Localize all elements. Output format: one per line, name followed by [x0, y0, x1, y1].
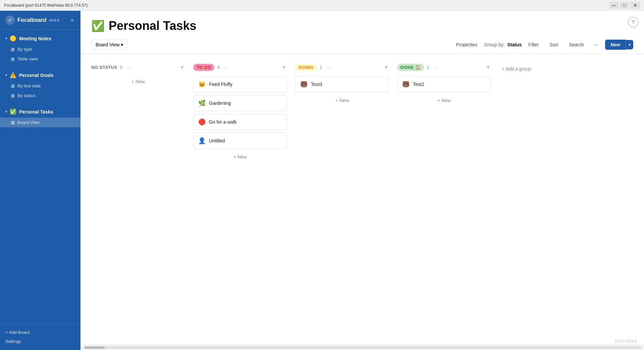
sidebar-item-table-view[interactable]: ▦ Table view	[0, 54, 80, 64]
test2-title: Test2	[413, 82, 424, 87]
sidebar-item-by-type[interactable]: ▦ By type	[0, 44, 80, 54]
personal-tasks-label: Personal Tasks	[19, 109, 53, 115]
sort-button[interactable]: Sort	[545, 40, 562, 49]
sidebar-collapse-button[interactable]: «	[69, 16, 75, 25]
test2-icon: 🐻	[402, 81, 410, 88]
app-name: Focalboard	[17, 17, 46, 23]
page-header: ✅ Personal Tasks	[80, 11, 644, 36]
test3-title: Test3	[311, 82, 322, 87]
title-bar-left: Focalboard (port 61475 WebView 89.0.774.…	[4, 3, 88, 8]
no-status-new-card-button[interactable]: + New	[91, 76, 185, 87]
close-button[interactable]: ✕	[631, 2, 640, 9]
column-no-status: NO STATUS 0 ··· + + New	[91, 62, 185, 87]
board-area: NO STATUS 0 ··· + + New TO DO 4 ··· +	[80, 54, 644, 345]
sidebar-group-personal-goals[interactable]: ▾ ⚠️ Personal Goals	[0, 69, 80, 81]
new-arrow-button[interactable]: ▾	[626, 40, 633, 49]
sidebar-item-by-due-date[interactable]: ▦ By due date	[0, 81, 80, 91]
sidebar-section-meeting-notes: ▾ 🟡 Meeting Notes ▦ By type ▦ Table view	[0, 30, 80, 67]
card-go-for-a-walk[interactable]: 🔴 Go for a walk	[193, 114, 287, 130]
todo-add-button[interactable]: +	[281, 63, 287, 71]
card-gardening[interactable]: 🌿 Gardening	[193, 95, 287, 111]
chevron-down-icon: ▾	[5, 37, 7, 40]
by-due-date-label: By due date	[17, 83, 41, 88]
done-add-button[interactable]: +	[485, 63, 491, 71]
card-test2[interactable]: 🐻 Test2	[397, 76, 491, 92]
add-group-button[interactable]: + Add a group	[499, 65, 534, 73]
chevron-down-icon-tasks: ▾	[5, 110, 7, 114]
doing-add-button[interactable]: +	[383, 63, 389, 71]
search-button[interactable]: Search	[565, 40, 588, 49]
sidebar-item-board-view[interactable]: ▦ Board View	[0, 118, 80, 127]
column-todo: TO DO 4 ··· + 🐱 Feed Fluffy 🌿 Gardening	[193, 62, 287, 162]
sidebar-section-personal-goals: ▾ ⚠️ Personal Goals ▦ By due date ▦ By s…	[0, 67, 80, 103]
feed-fluffy-title: Feed Fluffy	[209, 82, 232, 87]
maximize-button[interactable]: □	[620, 2, 629, 9]
sidebar-group-meeting-notes[interactable]: ▾ 🟡 Meeting Notes	[0, 33, 80, 44]
logo-icon: ✓	[5, 15, 15, 25]
sidebar-item-by-status[interactable]: ▦ By status	[0, 91, 80, 100]
scroll-thumb	[85, 346, 105, 349]
doing-label: DOING	[295, 64, 317, 71]
toolbar: Board View ▾ Properties Group by: Status…	[80, 36, 644, 54]
no-status-add-button[interactable]: +	[179, 63, 185, 71]
grid-icon-table-view: ▦	[11, 56, 15, 61]
todo-menu-button[interactable]: ···	[222, 64, 230, 70]
new-main-button[interactable]: New	[605, 40, 626, 50]
bottom-scroll[interactable]	[80, 345, 644, 350]
no-status-label: NO STATUS	[91, 65, 117, 70]
gardening-title: Gardening	[209, 100, 231, 106]
add-group-container: + Add a group	[499, 62, 534, 73]
add-board-button[interactable]: + Add Board	[5, 328, 75, 337]
new-button-group: New ▾	[605, 40, 633, 50]
untitled-title: Untitled	[209, 138, 225, 143]
settings-button[interactable]: Settings	[5, 337, 75, 346]
todo-count: 4	[217, 65, 219, 70]
page-title: Personal Tasks	[109, 19, 196, 33]
column-header-done: DONE 🏠 1 ··· +	[397, 62, 491, 72]
app-body: ✓ Focalboard v0.6.0 « ▾ 🟡 Meeting Notes …	[0, 11, 644, 350]
app-version: v0.6.0	[49, 18, 59, 22]
doing-new-card-button[interactable]: + New	[295, 95, 389, 106]
table-view-label: Table view	[17, 56, 38, 61]
column-header-todo: TO DO 4 ··· +	[193, 62, 287, 72]
done-menu-button[interactable]: ···	[432, 64, 440, 70]
page-title-icon: ✅	[91, 19, 105, 32]
personal-goals-icon: ⚠️	[10, 72, 16, 78]
done-count: 1	[427, 65, 429, 70]
more-options-button[interactable]: ···	[591, 40, 603, 49]
todo-new-card-button[interactable]: + New	[193, 151, 287, 162]
help-button[interactable]: ?	[628, 17, 639, 28]
card-feed-fluffy[interactable]: 🐱 Feed Fluffy	[193, 76, 287, 92]
sidebar-group-personal-tasks[interactable]: ▾ ✅ Personal Tasks	[0, 106, 80, 118]
no-status-menu-button[interactable]: ···	[125, 64, 133, 70]
doing-menu-button[interactable]: ···	[325, 64, 333, 70]
todo-label: TO DO	[193, 64, 214, 71]
go-for-a-walk-icon: 🔴	[198, 118, 206, 126]
feed-fluffy-icon: 🐱	[198, 81, 206, 88]
card-untitled[interactable]: 👤 Untitled	[193, 133, 287, 149]
meeting-notes-icon: 🟡	[10, 35, 16, 42]
by-type-label: By type	[17, 47, 32, 52]
untitled-icon: 👤	[198, 137, 206, 144]
main-content: ✅ Personal Tasks Board View ▾ Properties…	[80, 11, 644, 350]
view-selector-button[interactable]: Board View ▾	[91, 40, 127, 50]
softbox-watermark: SOFTBOX	[615, 339, 637, 343]
personal-goals-label: Personal Goals	[19, 73, 53, 78]
gardening-icon: 🌿	[198, 99, 206, 107]
no-status-count: 0	[120, 65, 122, 70]
sidebar: ✓ Focalboard v0.6.0 « ▾ 🟡 Meeting Notes …	[0, 11, 80, 350]
done-new-card-button[interactable]: + New	[397, 95, 491, 106]
column-done: DONE 🏠 1 ··· + 🐻 Test2 + New	[397, 62, 491, 106]
properties-button[interactable]: Properties	[452, 40, 481, 49]
meeting-notes-label: Meeting Notes	[19, 36, 51, 41]
grid-icon-due-date: ▦	[11, 83, 15, 88]
card-test3[interactable]: 🐻 Test3	[295, 76, 389, 92]
filter-button[interactable]: Filter	[524, 40, 543, 49]
minimize-button[interactable]: —	[609, 2, 619, 9]
title-bar-controls: — □ ✕	[609, 2, 640, 9]
toolbar-right: Properties Group by: Status Filter Sort …	[452, 40, 633, 50]
grid-icon-by-status: ▦	[11, 93, 15, 98]
chevron-down-icon-goals: ▾	[5, 73, 7, 77]
board-columns: NO STATUS 0 ··· + + New TO DO 4 ··· +	[91, 62, 633, 162]
grid-icon-by-type: ▦	[11, 47, 15, 52]
